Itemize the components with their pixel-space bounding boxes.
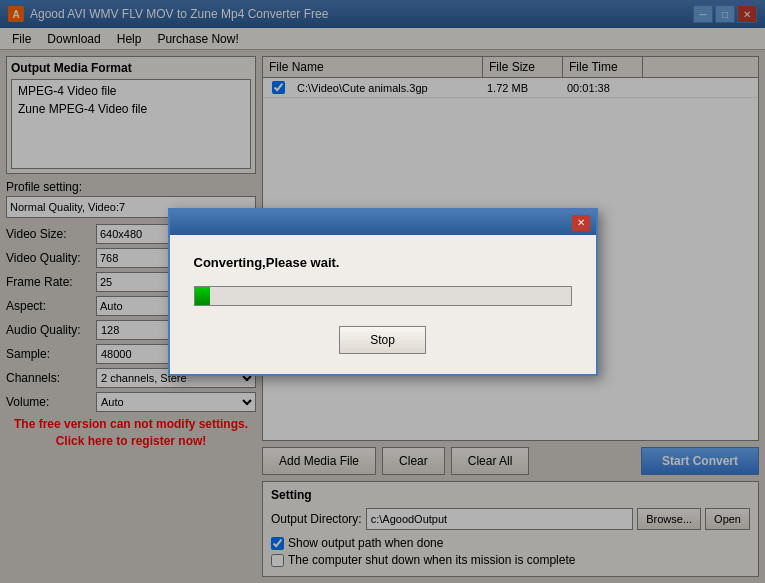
modal-overlay: ✕ Converting,Please wait. Stop [0,0,765,583]
modal-close-button[interactable]: ✕ [572,215,590,231]
modal-title-bar: ✕ [170,211,596,235]
stop-button[interactable]: Stop [339,326,426,354]
modal-message: Converting,Please wait. [194,255,572,270]
modal-body: Converting,Please wait. Stop [170,235,596,374]
progress-bar-container [194,286,572,306]
converting-modal: ✕ Converting,Please wait. Stop [168,208,598,376]
progress-bar-fill [195,287,210,305]
